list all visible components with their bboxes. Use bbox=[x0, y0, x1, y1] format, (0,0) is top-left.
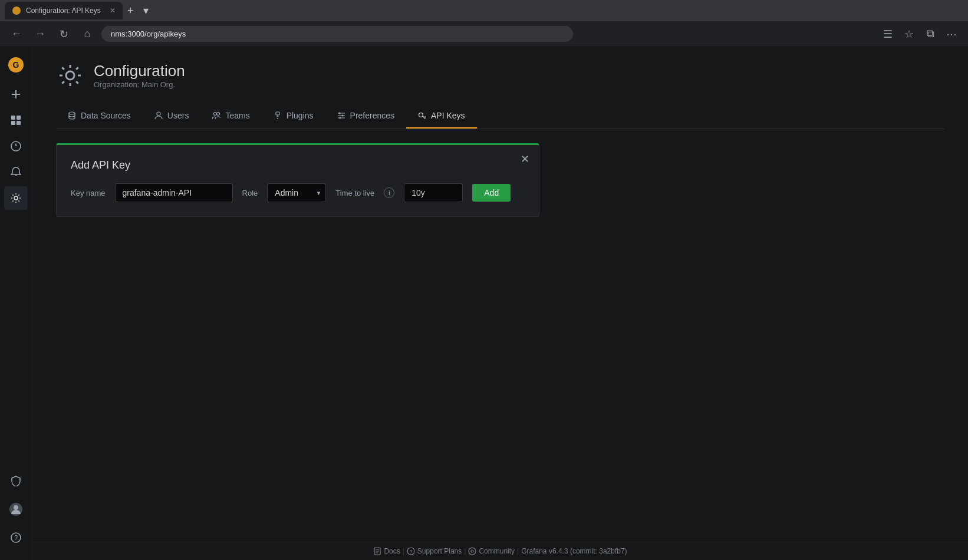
tab-plugins[interactable]: Plugins bbox=[262, 104, 325, 129]
page-title: Configuration bbox=[94, 62, 185, 80]
svg-point-24 bbox=[419, 113, 423, 117]
svg-point-7 bbox=[11, 141, 21, 151]
nav-bar: ← → ↻ ⌂ ☰ ☆ ⧉ ⋯ bbox=[0, 21, 968, 47]
extensions-button[interactable]: ⧉ bbox=[921, 25, 940, 44]
browser-tab[interactable]: Configuration: API Keys ✕ bbox=[5, 2, 123, 19]
tab-api-keys[interactable]: API Keys bbox=[406, 104, 477, 129]
user-icon bbox=[154, 111, 163, 120]
tab-users[interactable]: Users bbox=[143, 104, 201, 129]
svg-point-29 bbox=[471, 550, 473, 552]
svg-rect-4 bbox=[17, 116, 21, 120]
svg-point-15 bbox=[69, 112, 75, 114]
sidebar-item-configuration[interactable] bbox=[4, 186, 28, 210]
sliders-icon bbox=[337, 111, 345, 120]
reload-button[interactable]: ↻ bbox=[54, 25, 73, 44]
svg-point-28 bbox=[469, 548, 476, 555]
role-select[interactable]: Viewer Editor Admin bbox=[267, 183, 326, 202]
shield-icon bbox=[11, 476, 21, 486]
dialog-close-button[interactable]: ✕ bbox=[518, 152, 532, 166]
ttl-label: Time to live bbox=[335, 189, 374, 197]
users-icon bbox=[212, 111, 220, 120]
form-row: Key name Role Viewer Editor Admin Time t… bbox=[71, 183, 525, 202]
back-button[interactable]: ← bbox=[7, 25, 26, 44]
sidebar-bottom: ? bbox=[4, 468, 28, 555]
tab-bar: Configuration: API Keys ✕ + ▾ bbox=[0, 0, 968, 21]
footer: Docs | ? Support Plans | Community | Gra… bbox=[32, 542, 968, 560]
community-icon bbox=[468, 547, 476, 555]
dashboards-icon bbox=[11, 115, 21, 126]
svg-point-9 bbox=[14, 196, 18, 200]
sidebar-logo[interactable]: G bbox=[4, 53, 28, 77]
add-button[interactable]: Add bbox=[472, 184, 511, 202]
svg-point-11 bbox=[14, 505, 18, 510]
svg-point-18 bbox=[217, 113, 220, 116]
configuration-icon bbox=[58, 64, 82, 87]
dialog-wrapper: ✕ Add API Key Key name Role Viewer Edito… bbox=[32, 129, 968, 231]
tab-list-button[interactable]: ▾ bbox=[139, 4, 153, 17]
new-tab-button[interactable]: + bbox=[123, 5, 139, 17]
tab-close-button[interactable]: ✕ bbox=[110, 6, 116, 15]
sidebar-item-dashboards[interactable] bbox=[4, 108, 28, 132]
page-title-block: Configuration Organization: Main Org. bbox=[94, 62, 185, 89]
compass-icon bbox=[11, 141, 21, 151]
key-name-input[interactable] bbox=[115, 183, 233, 202]
plus-icon bbox=[11, 89, 21, 100]
tab-teams[interactable]: Teams bbox=[200, 104, 261, 129]
svg-rect-6 bbox=[17, 121, 21, 125]
svg-point-0 bbox=[12, 6, 21, 15]
app-container: G bbox=[0, 47, 968, 560]
svg-point-21 bbox=[338, 113, 340, 114]
sidebar-item-explore[interactable] bbox=[4, 134, 28, 158]
sidebar-toggle-button[interactable]: ☰ bbox=[878, 25, 897, 44]
home-button[interactable]: ⌂ bbox=[78, 25, 97, 44]
tab-title: Configuration: API Keys bbox=[26, 6, 101, 15]
tab-favicon-icon bbox=[12, 6, 21, 15]
grafana-logo-icon: G bbox=[8, 57, 24, 73]
docs-link[interactable]: Docs bbox=[384, 547, 400, 555]
dialog-title: Add API Key bbox=[71, 159, 525, 172]
plug-icon bbox=[274, 111, 282, 120]
svg-text:G: G bbox=[13, 60, 19, 70]
menu-button[interactable]: ⋯ bbox=[942, 25, 961, 44]
svg-text:?: ? bbox=[409, 549, 412, 555]
bookmark-button[interactable]: ☆ bbox=[900, 25, 918, 44]
sidebar-item-help[interactable]: ? bbox=[4, 526, 28, 549]
sidebar-item-shield[interactable] bbox=[4, 469, 28, 493]
sidebar: G bbox=[0, 47, 32, 560]
tab-data-sources[interactable]: Data Sources bbox=[56, 104, 143, 129]
add-api-key-dialog: ✕ Add API Key Key name Role Viewer Edito… bbox=[56, 143, 539, 217]
svg-rect-19 bbox=[276, 112, 279, 115]
tab-navigation: Data Sources Users bbox=[56, 104, 944, 129]
page-title-row: Configuration Organization: Main Org. bbox=[56, 61, 944, 90]
database-icon bbox=[68, 111, 76, 120]
page-gear-icon bbox=[56, 61, 84, 90]
sidebar-item-new[interactable] bbox=[4, 83, 28, 106]
key-icon bbox=[418, 111, 426, 120]
ttl-input[interactable] bbox=[404, 183, 463, 202]
ttl-info-icon[interactable]: i bbox=[384, 187, 394, 198]
svg-point-23 bbox=[339, 117, 341, 119]
svg-point-16 bbox=[157, 112, 160, 116]
docs-icon bbox=[373, 547, 381, 555]
page-subtitle: Organization: Main Org. bbox=[94, 80, 185, 89]
key-name-label: Key name bbox=[71, 189, 106, 197]
svg-marker-8 bbox=[15, 143, 17, 146]
bell-icon bbox=[11, 167, 21, 177]
support-link[interactable]: Support Plans bbox=[417, 547, 462, 555]
gear-icon bbox=[11, 193, 21, 203]
svg-rect-5 bbox=[11, 121, 15, 125]
community-link[interactable]: Community bbox=[479, 547, 515, 555]
forward-button[interactable]: → bbox=[31, 25, 50, 44]
role-select-wrapper: Viewer Editor Admin bbox=[267, 183, 326, 202]
svg-point-14 bbox=[66, 71, 74, 80]
sidebar-item-profile[interactable] bbox=[4, 498, 28, 521]
svg-point-20 bbox=[277, 118, 278, 119]
version-label: Grafana v6.4.3 (commit: 3a2bfb7) bbox=[521, 547, 627, 555]
page-header: Configuration Organization: Main Org. Da… bbox=[32, 47, 968, 129]
sidebar-item-alerting[interactable] bbox=[4, 160, 28, 184]
tab-preferences[interactable]: Preferences bbox=[325, 104, 406, 129]
svg-point-22 bbox=[341, 115, 343, 117]
svg-text:?: ? bbox=[14, 534, 18, 541]
address-bar[interactable] bbox=[101, 26, 573, 42]
support-icon: ? bbox=[407, 547, 415, 555]
